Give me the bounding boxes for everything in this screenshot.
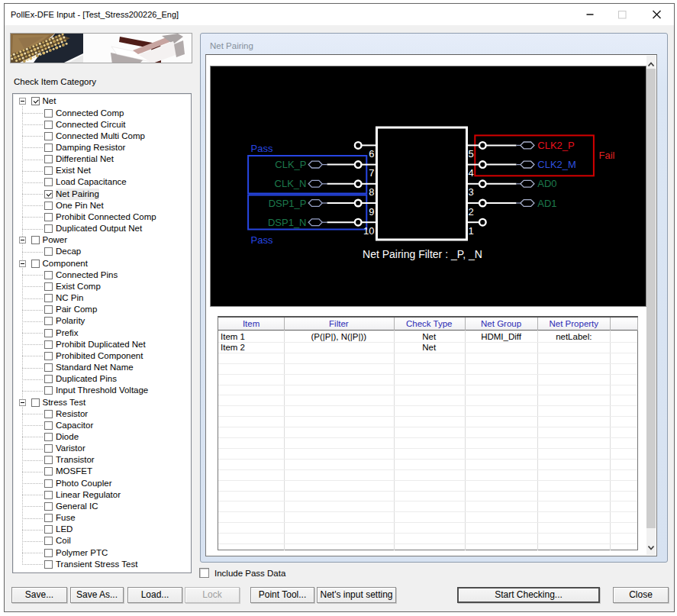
svg-text:CLK_N: CLK_N [274,178,306,189]
svg-text:DSP1_N: DSP1_N [267,217,306,228]
svg-text:Net Pairing Filter : _P, _N: Net Pairing Filter : _P, _N [363,248,482,260]
svg-text:5: 5 [468,148,473,160]
svg-text:CLK_P: CLK_P [275,159,306,170]
svg-text:3: 3 [468,186,473,198]
svg-text:AD1: AD1 [537,198,556,209]
svg-text:9: 9 [369,206,374,218]
svg-text:CLK2_P: CLK2_P [537,140,574,151]
svg-text:10: 10 [363,225,374,237]
svg-text:2: 2 [468,206,473,218]
svg-text:7: 7 [369,167,374,179]
svg-text:DSP1_P: DSP1_P [268,198,306,209]
svg-text:8: 8 [369,186,374,198]
svg-text:6: 6 [369,148,374,160]
svg-text:Pass: Pass [250,234,272,246]
svg-text:AD0: AD0 [537,178,556,189]
svg-text:4: 4 [468,167,473,179]
svg-text:Pass: Pass [250,143,272,154]
svg-text:1: 1 [468,225,473,237]
svg-text:Fail: Fail [598,150,614,161]
svg-text:CLK2_M: CLK2_M [537,159,576,170]
